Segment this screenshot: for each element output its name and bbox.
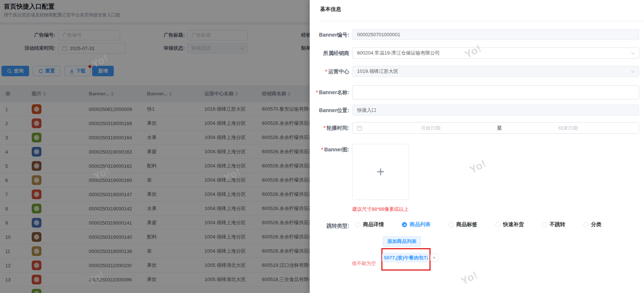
banner-name-input[interactable] <box>352 85 639 99</box>
banner-pos-input[interactable]: 快捷入口 <box>352 105 639 115</box>
banner-pos-label: Banner位置: <box>310 105 349 116</box>
drawer-divider <box>320 21 644 21</box>
jump-type-radio-分类[interactable]: 分类 <box>583 221 601 228</box>
dealer-label: 所属经销商 <box>310 47 349 59</box>
drawer-section-title: 基本信息 <box>320 6 341 13</box>
center-label: *运营中心 <box>310 66 349 77</box>
carousel-range-picker[interactable]: 开始日期 至 结束日期 <box>352 122 639 134</box>
center-select[interactable]: 1019.领锋江苏大区 <box>352 66 639 77</box>
dealer-select[interactable]: 600204.常温19-潭江仓储运输有限公司 <box>352 47 639 59</box>
jump-type-radio-商品详情[interactable]: 商品详情 <box>355 221 384 228</box>
radio-unchecked-icon[interactable] <box>542 222 547 227</box>
banner-image-upload[interactable]: + <box>352 144 409 200</box>
radio-label: 商品详情 <box>363 221 384 228</box>
radio-label: 商品列表 <box>410 221 431 228</box>
chevron-down-icon <box>631 51 635 55</box>
calendar-icon <box>357 126 362 130</box>
banner-img-label: *Banner图: <box>310 144 349 155</box>
add-product-list-button[interactable]: 添加商品列表 <box>383 236 421 247</box>
radio-unchecked-icon[interactable] <box>448 222 454 227</box>
selected-product-tag[interactable]: 5077,(套)午餐肉包T2组 <box>382 253 428 262</box>
jump-type-radio-商品列表[interactable]: 商品列表 <box>402 221 431 228</box>
tag-close-icon[interactable]: × <box>430 254 438 262</box>
banner-no-label: Banner编号: <box>310 29 349 40</box>
jump-type-radio-不跳转[interactable]: 不跳转 <box>542 221 565 228</box>
jump-type-radio-group: 商品详情商品列表商品标签快速补货不跳转分类 <box>352 221 619 228</box>
radio-label: 分类 <box>591 221 601 228</box>
radio-label: 快速补货 <box>503 221 524 228</box>
jump-type-radio-快速补货[interactable]: 快速补货 <box>495 221 524 228</box>
banner-name-label: *Banner名称: <box>310 85 349 99</box>
radio-unchecked-icon[interactable] <box>583 222 588 227</box>
radio-label: 商品标签 <box>456 221 477 228</box>
radio-unchecked-icon[interactable] <box>355 222 360 227</box>
app-window: 首页快捷入口配置 用于按运营区域及经销商配置订货平台首页快捷登录入口图 广告编号… <box>0 0 644 293</box>
jump-type-radio-商品标签[interactable]: 商品标签 <box>448 221 477 228</box>
radio-unchecked-icon[interactable] <box>495 222 500 227</box>
banner-no-input[interactable]: 0000250701000001 <box>352 29 639 40</box>
image-size-hint: 建议尺寸88*88像素或以上 <box>352 206 409 213</box>
plus-icon: + <box>376 165 384 179</box>
radio-checked-icon[interactable] <box>402 222 407 227</box>
validation-error-text: 值不能为空 <box>352 260 376 267</box>
edit-drawer-panel: 基本信息 Banner编号: 0000250701000001 所属经销商 60… <box>310 0 644 293</box>
chevron-down-icon <box>631 69 635 73</box>
jump-type-label: 跳转类型: <box>310 220 349 231</box>
carousel-time-label: *轮播时间: <box>310 122 349 134</box>
radio-label: 不跳转 <box>550 221 565 228</box>
